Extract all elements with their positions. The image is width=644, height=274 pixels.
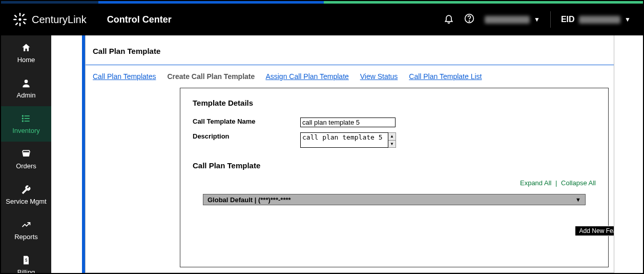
accent-bar xyxy=(1,1,643,4)
svg-rect-8 xyxy=(15,22,18,25)
chart-icon xyxy=(21,220,31,230)
user-icon xyxy=(21,78,31,88)
scroll-down-icon[interactable]: ▼ xyxy=(388,141,396,148)
inbox-icon xyxy=(21,149,31,159)
sidebar-item-label: Admin xyxy=(17,91,36,99)
sidebar-item-inventory[interactable]: Inventory xyxy=(1,106,51,142)
template-panel: Template Details Call Template Name Desc… xyxy=(180,88,609,267)
invoice-icon: $ xyxy=(21,255,31,265)
sidebar-item-label: Reports xyxy=(14,233,38,241)
eid-menu[interactable]: EID xxxxxxx ▼ xyxy=(561,15,631,24)
sidebar-item-reports[interactable]: Reports xyxy=(1,212,51,248)
tab-call-plan-template-list[interactable]: Call Plan Template List xyxy=(409,72,482,81)
notifications-icon[interactable] xyxy=(444,13,454,26)
svg-rect-2 xyxy=(19,23,21,27)
sidebar-item-label: Service Mgmt xyxy=(6,198,46,205)
list-icon xyxy=(21,113,31,124)
eid-label: EID xyxy=(561,15,575,24)
top-bar: CenturyLink Control Center xxxxxxxx ▼ EI… xyxy=(1,4,643,35)
page-title: Call Plan Template xyxy=(86,35,614,65)
template-details-heading: Template Details xyxy=(193,99,596,107)
user-menu[interactable]: xxxxxxxx ▼ xyxy=(485,16,540,24)
wrench-icon xyxy=(21,184,31,194)
svg-point-0 xyxy=(18,18,21,21)
tab-call-plan-templates[interactable]: Call Plan Templates xyxy=(93,72,156,81)
chevron-down-icon: ▼ xyxy=(534,16,540,23)
scroll-up-icon[interactable]: ▲ xyxy=(388,133,396,141)
svg-point-15 xyxy=(23,115,24,116)
global-default-accordion[interactable]: Global Default | (***)***-**** ▼ xyxy=(203,194,586,205)
brand[interactable]: CenturyLink xyxy=(13,13,87,26)
sidebar-item-billing[interactable]: $ Billing xyxy=(1,248,51,274)
call-plan-template-heading: Call Plan Template xyxy=(193,161,596,170)
description-textarea[interactable] xyxy=(300,132,388,148)
accordion-label: Global Default | (***)***-**** xyxy=(207,196,291,204)
sidebar-item-service-mgmt[interactable]: Service Mgmt xyxy=(1,177,51,212)
tab-create-call-plan-template[interactable]: Create Call Plan Template xyxy=(167,72,255,81)
help-icon[interactable] xyxy=(464,13,474,26)
divider xyxy=(550,11,551,28)
sidebar-item-orders[interactable]: Orders xyxy=(1,142,51,177)
expand-all-link[interactable]: Expand All xyxy=(520,179,551,187)
sidebar-item-label: Orders xyxy=(16,162,36,170)
sidebar-item-label: Inventory xyxy=(12,127,39,134)
call-template-name-input[interactable] xyxy=(300,118,396,127)
triangle-down-icon: ▼ xyxy=(575,197,581,203)
svg-rect-3 xyxy=(13,19,17,21)
svg-rect-7 xyxy=(22,13,25,16)
eid-value-blurred: xxxxxxx xyxy=(579,16,621,24)
app-title: Control Center xyxy=(107,14,172,25)
description-label: Description xyxy=(193,132,300,140)
separator: | xyxy=(555,179,557,187)
chevron-down-icon: ▼ xyxy=(625,16,631,23)
svg-rect-5 xyxy=(14,14,17,17)
svg-point-11 xyxy=(25,80,28,83)
expand-collapse-controls: Expand All | Collapse All xyxy=(193,179,596,187)
brand-name: CenturyLink xyxy=(32,14,87,26)
sidebar-item-home[interactable]: Home xyxy=(1,35,51,71)
svg-point-10 xyxy=(469,21,469,21)
collapse-all-link[interactable]: Collapse All xyxy=(561,179,596,187)
home-icon xyxy=(21,43,31,53)
tab-bar: Call Plan Templates Create Call Plan Tem… xyxy=(86,65,614,88)
svg-point-16 xyxy=(23,118,24,119)
tab-assign-call-plan-template[interactable]: Assign Call Plan Template xyxy=(265,72,348,81)
svg-point-17 xyxy=(23,121,24,122)
textarea-scroll[interactable]: ▲ ▼ xyxy=(388,132,396,148)
sidebar: Home Admin Inventory Orders Service Mgmt… xyxy=(1,35,51,273)
svg-text:$: $ xyxy=(25,258,28,263)
centurylink-logo-icon xyxy=(13,13,27,26)
content-area: Call Plan Template Call Plan Templates C… xyxy=(51,35,643,273)
sidebar-item-admin[interactable]: Admin xyxy=(1,71,51,106)
svg-rect-6 xyxy=(23,21,26,24)
tab-view-status[interactable]: View Status xyxy=(360,72,398,81)
svg-rect-4 xyxy=(24,19,27,21)
sidebar-item-label: Home xyxy=(17,56,35,64)
user-name-blurred: xxxxxxxx xyxy=(485,16,530,24)
main-card: Call Plan Template Call Plan Templates C… xyxy=(85,35,614,273)
add-new-feature-tooltip: Add New Feature xyxy=(575,226,614,236)
sidebar-item-label: Billing xyxy=(17,268,35,274)
call-template-name-label: Call Template Name xyxy=(193,118,300,125)
svg-rect-1 xyxy=(19,13,21,16)
